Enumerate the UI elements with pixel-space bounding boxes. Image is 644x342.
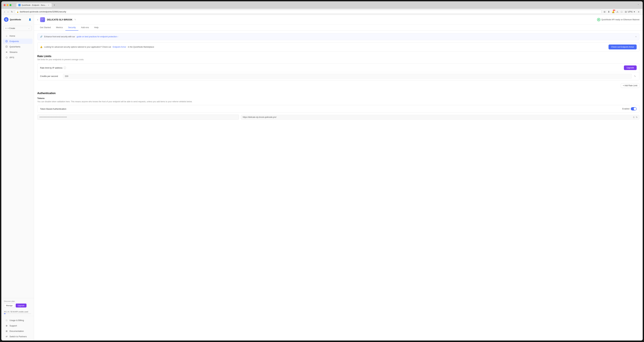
sidebar-item-endpoints[interactable]: Endpoints <box>2 39 32 44</box>
token-auth-toggle[interactable] <box>631 107 637 110</box>
close-button[interactable] <box>4 4 6 6</box>
credits-per-second-input[interactable] <box>63 74 632 79</box>
token-value-input[interactable] <box>37 115 239 120</box>
upgrade-small-button[interactable]: Upgrade <box>16 303 26 307</box>
tab-metrics[interactable]: Metrics <box>53 25 66 31</box>
endpoint-armor-banner: 🔔 Looking for advanced security options … <box>37 42 640 52</box>
banner-close-button[interactable]: × <box>635 35 637 38</box>
usage-billing-icon: □ <box>5 319 8 321</box>
ipfs-icon: ⬡ <box>5 56 8 59</box>
manage-button[interactable]: Manage <box>4 303 15 307</box>
sidebar-item-quickalerts[interactable]: QuickAlerts <box>2 44 32 49</box>
discover-label: Discover plan <box>4 300 31 302</box>
sidebar-item-support[interactable]: ⊕ Support <box>2 323 32 328</box>
sidebar-item-switch-partners[interactable]: ⇄ Switch to Partners <box>2 334 32 339</box>
quickalerts-icon <box>5 45 8 48</box>
content-area: 🔗 Enhance front-end security with our gu… <box>34 31 643 122</box>
active-tab[interactable]: QuickNode - Endpoint - Secu... × <box>16 3 52 7</box>
tab-close-icon[interactable]: × <box>48 4 50 6</box>
sidebar-item-label: Endpoints <box>10 40 19 43</box>
sidebar-item-label: Home <box>10 35 15 37</box>
add-rate-limit-button[interactable]: + Add Rate Limit <box>621 83 640 88</box>
endpoint-armor-link[interactable]: Endpoint Armor <box>113 46 126 48</box>
notification-badge: 47 <box>613 10 615 11</box>
sidebar-item-home[interactable]: ⌂ Home <box>2 33 32 39</box>
quicknode-ext-icon[interactable]: ✦ <box>632 10 636 14</box>
traffic-lights <box>4 4 12 6</box>
credits-edit-icon[interactable]: ✎ <box>633 74 637 78</box>
refresh-icon[interactable]: ↻ <box>636 116 638 119</box>
check-armor-button[interactable]: Check out Endpoint Armor <box>608 45 637 50</box>
token-auth-label: Token Based Authentication <box>40 108 66 110</box>
url-actions: ⎘ ↻ <box>633 116 638 119</box>
authentication-title: Authentication <box>37 92 640 95</box>
history-icon[interactable]: ⊟ <box>624 10 628 14</box>
sidebar-item-usage-billing[interactable]: □ Usage & Billing <box>2 318 32 323</box>
endpoint-back-button[interactable]: ‹ <box>37 18 38 21</box>
rate-limit-upgrade-button[interactable]: Upgrade <box>624 66 637 70</box>
streams-icon: ≋ <box>5 51 8 53</box>
token-input-row: https://delicate-sly-brook.quiknode.pro/… <box>37 115 640 120</box>
create-label: + Create <box>8 27 15 30</box>
credits-bar <box>4 313 31 314</box>
zoom-icon[interactable]: ⊖ <box>603 10 606 14</box>
menu-icon[interactable]: ≡ <box>637 10 640 14</box>
forward-nav-button[interactable]: › <box>7 10 9 14</box>
sidebar-item-label: Usage & Billing <box>10 319 24 321</box>
notification-icon[interactable]: 🔔 47 <box>611 10 615 14</box>
tokens-desc: You can disable token validation here. T… <box>37 101 640 103</box>
sidebar-item-label: Documentation <box>10 330 24 332</box>
sidebar-item-streams[interactable]: ≋ Streams <box>2 50 32 55</box>
warning-icon[interactable]: ⚠ <box>616 10 619 14</box>
tab-get-started[interactable]: Get Started <box>37 25 53 31</box>
window-controls: ⌃ <box>638 4 640 6</box>
security-banner-text: Enhance front-end security with our <box>44 36 75 38</box>
tab-security[interactable]: Security <box>66 25 78 31</box>
reload-button[interactable]: ↻ <box>10 10 14 14</box>
credits-fill <box>4 313 6 314</box>
support-icon: ⊕ <box>5 324 8 327</box>
sidebar: Q QuickNode 👤 + + Create ⌄ ⌂ Home <box>1 15 34 340</box>
vpn-icon[interactable]: VPN <box>628 10 632 14</box>
new-tab-button[interactable]: + <box>52 3 56 7</box>
create-button[interactable]: + + Create ⌄ <box>3 26 32 31</box>
plan-buttons: Manage Upgrade <box>4 303 31 307</box>
sidebar-nav: ⌂ Home Endpoints <box>1 33 34 298</box>
logo-icon: Q <box>4 17 8 22</box>
bookmark-icon[interactable]: □ <box>620 10 624 14</box>
maximize-button[interactable] <box>10 4 12 6</box>
sidebar-item-label: Support <box>10 324 17 327</box>
security-banner-link[interactable]: guide on best practices for endpoint pro… <box>77 36 118 38</box>
endpoint-ethereum-icon <box>40 17 45 22</box>
credits-per-second-row: Credits per second ✎ <box>38 72 639 80</box>
rate-limits-desc: Set limits for your endpoints to prevent… <box>37 59 640 61</box>
rate-limits-card: Rate limit by IP address i Upgrade Credi… <box>37 63 640 80</box>
armor-banner-text: Looking for advanced security options ta… <box>44 46 111 48</box>
svg-point-1 <box>6 41 7 42</box>
endpoints-icon <box>5 40 8 43</box>
address-bar[interactable]: 🔒 dashboard.quicknode.com/endpoints/3206… <box>15 10 602 14</box>
svg-point-3 <box>6 46 7 47</box>
user-icon[interactable]: 👤 <box>28 18 31 21</box>
logo-text: QuickNode <box>10 18 21 21</box>
main-header: ‹ DELICATE-SLY-BROOK ✎ QuickNode API rea… <box>34 15 643 25</box>
tab-add-ons[interactable]: Add-ons <box>78 25 92 31</box>
tab-help[interactable]: Help <box>92 25 101 31</box>
link-icon: 🔗 <box>40 36 42 38</box>
browser-toolbar: ‹ › ↻ 🔒 dashboard.quicknode.com/endpoint… <box>1 9 643 15</box>
back-nav-button[interactable]: ‹ <box>4 10 6 14</box>
endpoint-edit-icon[interactable]: ✎ <box>74 19 76 21</box>
switch-icon: ⇄ <box>5 335 8 338</box>
create-plus-icon: + <box>6 27 6 30</box>
create-chevron-icon: ⌄ <box>28 27 30 30</box>
sidebar-item-ipfs[interactable]: ⬡ IPFS <box>2 55 32 60</box>
download-icon[interactable]: ⬇ <box>607 10 611 14</box>
minimize-button[interactable] <box>6 4 8 6</box>
credits-text: 30.1 K / 50 M API credits used <box>4 311 31 313</box>
discover-plan-section: Discover plan Manage Upgrade <box>1 298 34 309</box>
copy-icon[interactable]: ⎘ <box>633 116 634 119</box>
address-text: dashboard.quicknode.com/endpoints/320681… <box>20 11 66 13</box>
authentication-section: Authentication Tokens You can disable to… <box>37 92 640 120</box>
sidebar-item-documentation[interactable]: ⊞ Documentation <box>2 328 32 334</box>
rate-limit-info-icon[interactable]: i <box>64 67 66 69</box>
